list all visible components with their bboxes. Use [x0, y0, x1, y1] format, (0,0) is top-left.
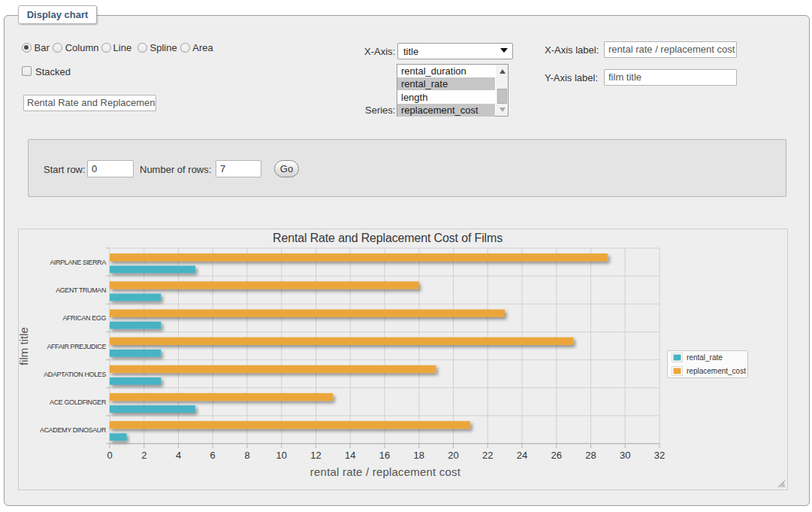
svg-text:26: 26 [551, 450, 562, 461]
svg-text:12: 12 [310, 450, 321, 461]
svg-text:replacement_cost: replacement_cost [687, 367, 746, 375]
svg-text:4: 4 [176, 450, 181, 461]
svg-text:ADAPTATION HOLES: ADAPTATION HOLES [44, 371, 106, 378]
svg-text:22: 22 [482, 450, 493, 461]
svg-text:32: 32 [654, 450, 665, 461]
svg-text:14: 14 [345, 450, 355, 461]
svg-text:AIRPLANE SIERRA: AIRPLANE SIERRA [50, 259, 106, 266]
svg-text:20: 20 [448, 450, 458, 461]
svg-text:28: 28 [585, 450, 596, 461]
svg-text:24: 24 [517, 450, 527, 461]
svg-text:0: 0 [107, 450, 112, 461]
svg-text:rental_rate: rental_rate [687, 353, 723, 362]
svg-text:ACADEMY DINOSAUR: ACADEMY DINOSAUR [40, 426, 107, 434]
svg-text:16: 16 [379, 450, 390, 461]
svg-text:ACE GOLDFINGER: ACE GOLDFINGER [50, 398, 107, 406]
svg-text:18: 18 [414, 450, 424, 461]
svg-text:film title: film title [18, 327, 31, 365]
svg-text:AGENT TRUMAN: AGENT TRUMAN [56, 286, 106, 294]
svg-text:Rental Rate and Replacement Co: Rental Rate and Replacement Cost of Film… [273, 232, 503, 244]
svg-text:AFFAIR PREJUDICE: AFFAIR PREJUDICE [47, 343, 106, 350]
svg-text:30: 30 [620, 450, 630, 461]
svg-text:6: 6 [210, 450, 216, 461]
svg-text:8: 8 [244, 450, 249, 461]
svg-text:rental rate / replacement cost: rental rate / replacement cost [310, 465, 461, 478]
svg-text:AFRICAN EGG: AFRICAN EGG [62, 314, 106, 322]
svg-text:2: 2 [141, 450, 146, 461]
svg-text:10: 10 [276, 450, 287, 461]
